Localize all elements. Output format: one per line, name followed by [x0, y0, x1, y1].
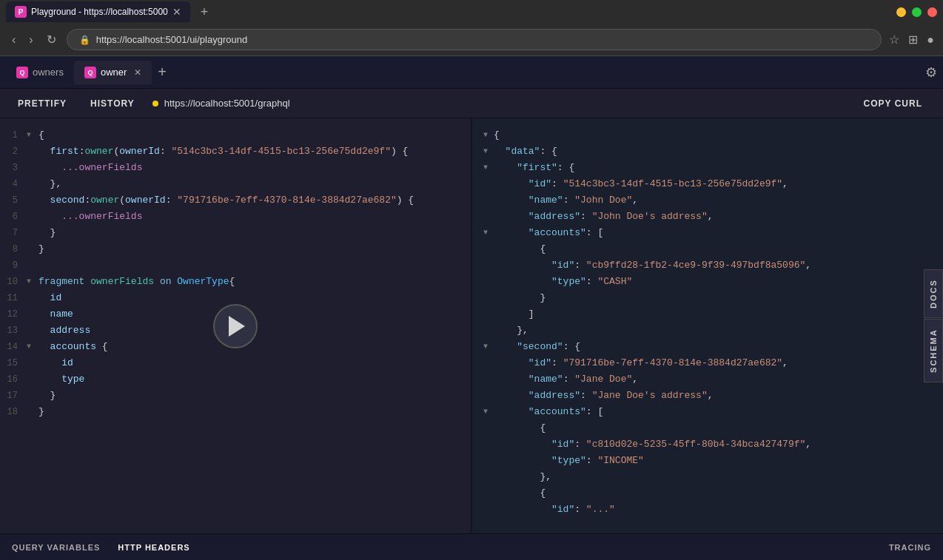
docs-tab[interactable]: DOCS — [924, 269, 943, 318]
add-tab-button[interactable]: + — [152, 61, 172, 84]
resp-line-24: "id": "..." — [483, 502, 931, 518]
url-text: https://localhost:5001/ui/playground — [96, 34, 248, 45]
browser-tab-active[interactable]: P Playground - https://localhost:5000 ✕ — [6, 1, 190, 22]
editor-line-16: 16 type — [0, 371, 471, 388]
resp-line-16: "name": "Jane Doe", — [483, 371, 931, 388]
lock-icon: 🔒 — [79, 35, 90, 45]
editor-line-5: 5 second:owner(ownerId: "791716be-7eff-4… — [0, 192, 471, 209]
tab-close-icon[interactable]: ✕ — [172, 6, 181, 18]
address-bar[interactable]: 🔒 https://localhost:5001/ui/playground — [67, 29, 882, 50]
resp-line-17: "address": "Jane Doe's address", — [483, 388, 931, 404]
bookmark-icon[interactable]: ☆ — [889, 33, 899, 47]
side-tabs: DOCS SCHEMA — [924, 269, 943, 382]
tab-owner-label: owner — [101, 67, 127, 78]
close-icon[interactable] — [927, 7, 937, 17]
schema-tab[interactable]: SCHEMA — [924, 320, 943, 383]
editor-line-9: 9 — [0, 257, 471, 274]
tracing-button[interactable]: TRACING — [889, 543, 931, 552]
editor-line-1: 1 ▼ { — [0, 127, 471, 144]
copy-curl-button[interactable]: COPY CURL — [855, 95, 931, 112]
editor-line-8: 8 } — [0, 241, 471, 257]
resp-line-18: ▼ "accounts": [ — [483, 404, 931, 420]
editor-line-4: 4 }, — [0, 176, 471, 192]
editor-line-3: 3 ...ownerFields — [0, 160, 471, 176]
bottom-bar: QUERY VARIABLES HTTP HEADERS TRACING — [0, 533, 943, 560]
tab-owners-label: owners — [33, 67, 64, 78]
editor-content: 1 ▼ { 2 first:owner(ownerId: "514c3bc3-1… — [0, 118, 471, 429]
favicon-icon: P — [15, 6, 27, 18]
tab-owner[interactable]: Q owner ✕ — [74, 61, 152, 84]
history-button[interactable]: HISTORY — [84, 95, 141, 112]
resp-line-19: { — [483, 420, 931, 436]
play-button[interactable] — [213, 304, 258, 348]
resp-line-20: "id": "c810d02e-5235-45ff-80b4-34bca4274… — [483, 436, 931, 453]
query-editor[interactable]: 1 ▼ { 2 first:owner(ownerId: "514c3bc3-1… — [0, 118, 472, 533]
editor-line-6: 6 ...ownerFields — [0, 209, 471, 225]
resp-line-11: } — [483, 290, 931, 306]
resp-line-2: ▼ "data": { — [483, 144, 931, 160]
query-tabs-bar: Q owners Q owner ✕ + ⚙ — [0, 56, 943, 89]
playground-container: Q owners Q owner ✕ + ⚙ PRETTIFY HISTORY … — [0, 56, 943, 560]
resp-line-7: ▼ "accounts": [ — [483, 225, 931, 241]
window-controls — [896, 7, 937, 17]
profile-icon[interactable]: ● — [927, 33, 934, 47]
resp-line-1: ▼ { — [483, 127, 931, 144]
tab-owners[interactable]: Q owners — [6, 61, 74, 84]
settings-icon[interactable]: ⚙ — [925, 64, 937, 81]
editor-line-18: 18 } — [0, 404, 471, 420]
tab-owners-icon: Q — [16, 67, 28, 78]
browser-titlebar: P Playground - https://localhost:5000 ✕ … — [0, 0, 943, 24]
refresh-button[interactable]: ↻ — [44, 30, 59, 50]
resp-line-10: "type": "CASH" — [483, 274, 931, 290]
query-variables-button[interactable]: QUERY VARIABLES — [12, 543, 100, 552]
minimize-icon[interactable] — [896, 7, 906, 17]
resp-line-21: "type": "INCOME" — [483, 453, 931, 469]
playground-toolbar: PRETTIFY HISTORY https://localhost:5001/… — [0, 89, 943, 118]
browser-tab-title: Playground - https://localhost:5000 — [31, 7, 168, 17]
endpoint-display: https://localhost:5001/graphql — [152, 98, 290, 109]
resp-line-13: }, — [483, 323, 931, 339]
editor-area: 1 ▼ { 2 first:owner(ownerId: "514c3bc3-1… — [0, 118, 943, 533]
editor-line-7: 7 } — [0, 225, 471, 241]
resp-line-23: { — [483, 485, 931, 502]
extensions-icon[interactable]: ⊞ — [908, 33, 918, 47]
editor-line-2: 2 first:owner(ownerId: "514c3bc3-14df-45… — [0, 144, 471, 160]
editor-line-10: 10 ▼ fragment ownerFields on OwnerType{ — [0, 274, 471, 290]
resp-line-5: "name": "John Doe", — [483, 192, 931, 209]
resp-line-3: ▼ "first": { — [483, 160, 931, 176]
tab-owner-close-icon[interactable]: ✕ — [134, 67, 141, 78]
response-content: ▼ { ▼ "data": { ▼ "first": { "id": — [472, 118, 943, 527]
browser-toolbar: ‹ › ↻ 🔒 https://localhost:5001/ui/playgr… — [0, 24, 943, 56]
resp-line-14: ▼ "second": { — [483, 339, 931, 355]
resp-line-9: "id": "cb9ffd28-1fb2-4ce9-9f39-497bdf8a5… — [483, 257, 931, 274]
prettify-button[interactable]: PRETTIFY — [12, 95, 73, 112]
endpoint-status-dot — [152, 101, 158, 107]
editor-line-17: 17 } — [0, 388, 471, 404]
resp-line-12: ] — [483, 306, 931, 323]
browser-toolbar-icons: ☆ ⊞ ● — [889, 33, 934, 47]
editor-line-15: 15 id — [0, 355, 471, 371]
maximize-icon[interactable] — [912, 7, 922, 17]
resp-line-22: }, — [483, 469, 931, 485]
resp-line-15: "id": "791716be-7eff-4370-814e-3884d27ae… — [483, 355, 931, 371]
http-headers-button[interactable]: HTTP HEADERS — [118, 543, 189, 552]
resp-line-8: { — [483, 241, 931, 257]
endpoint-url: https://localhost:5001/graphql — [164, 98, 290, 109]
forward-button[interactable]: › — [26, 30, 36, 50]
new-tab-button[interactable]: + — [196, 3, 213, 21]
back-button[interactable]: ‹ — [9, 30, 19, 50]
response-panel[interactable]: ▼ { ▼ "data": { ▼ "first": { "id": — [472, 118, 943, 533]
play-icon — [229, 316, 245, 337]
resp-line-4: "id": "514c3bc3-14df-4515-bc13-256e75dd2… — [483, 176, 931, 192]
resp-line-6: "address": "John Doe's address", — [483, 209, 931, 225]
tab-owner-icon: Q — [84, 67, 96, 78]
